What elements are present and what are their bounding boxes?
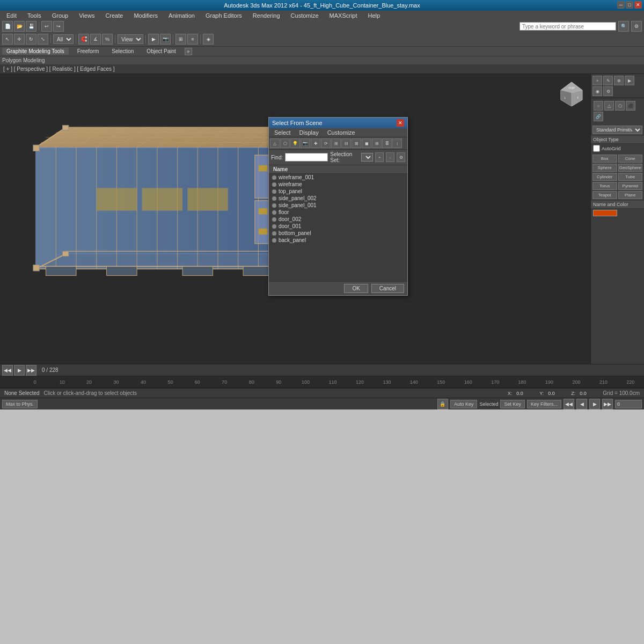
- rp-sub5[interactable]: 🔗: [594, 112, 603, 121]
- minimize-button[interactable]: ─: [617, 1, 625, 9]
- tube-button[interactable]: Tube: [618, 173, 643, 181]
- frame-input[interactable]: [615, 400, 642, 408]
- menu-graph-editors[interactable]: Graph Editors: [203, 12, 244, 19]
- rp-create-icon[interactable]: +: [592, 76, 602, 85]
- geosphere-button[interactable]: GeoSphere: [618, 164, 643, 172]
- angle-snap-button[interactable]: ∡: [90, 34, 101, 45]
- play-button[interactable]: ▶▶: [602, 399, 613, 409]
- dialog-tb-display[interactable]: ≣: [382, 138, 392, 148]
- dialog-tb-helpers[interactable]: ✚: [311, 138, 320, 148]
- dialog-title[interactable]: Select From Scene ✕: [269, 118, 407, 128]
- move-button[interactable]: ✛: [14, 34, 25, 45]
- settings-button[interactable]: ⚙: [631, 21, 642, 32]
- rp-sub1[interactable]: ○: [594, 101, 603, 111]
- render-button[interactable]: ▶: [148, 34, 159, 45]
- dialog-tb-invert[interactable]: ⊠: [352, 138, 361, 148]
- close-button[interactable]: ✕: [634, 1, 642, 9]
- scale-button[interactable]: ⤡: [38, 34, 48, 45]
- new-button[interactable]: 📄: [2, 21, 13, 32]
- view-dropdown[interactable]: View: [118, 34, 143, 44]
- setkey-button[interactable]: Set Key: [500, 400, 525, 408]
- dialog-close-button[interactable]: ✕: [397, 119, 404, 127]
- dialog-ok-button[interactable]: OK: [344, 284, 368, 293]
- dialog-list-item[interactable]: wireframe_001: [269, 174, 407, 181]
- percent-snap-button[interactable]: %: [102, 34, 113, 45]
- camera-button[interactable]: 📷: [160, 34, 171, 45]
- selection-set-dropdown[interactable]: [361, 153, 373, 162]
- menu-animation[interactable]: Animation: [166, 12, 197, 19]
- rp-display-icon[interactable]: ◉: [592, 86, 602, 96]
- rotate-button[interactable]: ↻: [26, 34, 36, 45]
- timeline-prev-button[interactable]: ◀◀: [2, 365, 13, 376]
- rp-utilities-icon[interactable]: ⚙: [603, 86, 613, 96]
- filter-dropdown[interactable]: All: [53, 34, 74, 44]
- box-button[interactable]: Box: [592, 155, 617, 163]
- open-button[interactable]: 📂: [14, 21, 25, 32]
- rp-hierarchy-icon[interactable]: ⊕: [614, 76, 624, 85]
- rp-sub4[interactable]: ⬛: [626, 101, 635, 111]
- tab-freeform[interactable]: Freeform: [73, 48, 104, 55]
- menu-group[interactable]: Group: [50, 12, 71, 19]
- material-button[interactable]: ◈: [203, 34, 214, 45]
- rp-motion-icon[interactable]: ▶: [625, 76, 634, 85]
- select-button[interactable]: ↖: [2, 34, 13, 45]
- search-input[interactable]: [519, 22, 616, 31]
- standard-primitives-dropdown[interactable]: Standard Primitives: [592, 126, 642, 134]
- tab-graphite-modeling[interactable]: Graphite Modeling Tools: [2, 48, 69, 55]
- dialog-list-item[interactable]: floor: [269, 209, 407, 216]
- keyfilters-button[interactable]: Key Filters...: [527, 400, 561, 408]
- navigation-cube[interactable]: TOP L F: [558, 79, 585, 106]
- rp-sub3[interactable]: ⬡: [615, 101, 625, 111]
- play-all-button[interactable]: ◀◀: [564, 399, 574, 409]
- graphite-expand-button[interactable]: »: [185, 48, 192, 55]
- menu-help[interactable]: Help: [366, 12, 383, 19]
- redo-button[interactable]: ↪: [53, 21, 64, 32]
- autogrid-checkbox[interactable]: [593, 145, 600, 152]
- dialog-list-item[interactable]: door_001: [269, 223, 407, 230]
- teapot-button[interactable]: Teapot: [592, 191, 617, 199]
- menu-maxscript[interactable]: MAXScript: [327, 12, 360, 19]
- menu-views[interactable]: Views: [77, 12, 97, 19]
- timeline-play-button[interactable]: ▶: [14, 365, 25, 376]
- dialog-tb-expand[interactable]: ⊞: [372, 138, 382, 148]
- menu-rendering[interactable]: Rendering: [251, 12, 282, 19]
- dialog-tb-all[interactable]: ⊞: [331, 138, 341, 148]
- menu-customize[interactable]: Customize: [289, 12, 321, 19]
- plane-button[interactable]: Plane: [618, 191, 643, 199]
- tab-selection[interactable]: Selection: [107, 48, 138, 55]
- dialog-tb-shapes[interactable]: ⬡: [280, 138, 290, 148]
- dialog-options[interactable]: ⚙: [397, 152, 405, 162]
- menu-tools[interactable]: Tools: [25, 12, 43, 19]
- cone-button[interactable]: Cone: [618, 155, 643, 163]
- dialog-menu-customize[interactable]: Customize: [323, 128, 360, 137]
- dialog-list-item[interactable]: side_panel_002: [269, 195, 407, 202]
- tab-object-paint[interactable]: Object Paint: [142, 48, 180, 55]
- dialog-tb-spacewarps[interactable]: ⟳: [321, 138, 331, 148]
- dialog-items-list[interactable]: wireframe_001wireframetop_panelside_pane…: [269, 174, 407, 281]
- restore-button[interactable]: □: [626, 1, 633, 9]
- dialog-list-item[interactable]: back_panel: [269, 237, 407, 244]
- max-phys-button[interactable]: Max to Phys.: [2, 400, 38, 408]
- torus-button[interactable]: Torus: [592, 182, 617, 190]
- dialog-tb-cameras[interactable]: 📷: [301, 138, 310, 148]
- save-button[interactable]: 💾: [26, 21, 36, 32]
- menu-create[interactable]: Create: [103, 12, 125, 19]
- dialog-tb-sort[interactable]: ↕: [392, 138, 402, 148]
- menu-edit[interactable]: Edit: [4, 12, 19, 19]
- dialog-tb-none[interactable]: ⊟: [341, 138, 351, 148]
- color-swatch[interactable]: [593, 210, 617, 216]
- rp-modify-icon[interactable]: ✎: [603, 76, 613, 85]
- dialog-list-item[interactable]: top_panel: [269, 188, 407, 195]
- menu-modifiers[interactable]: Modifiers: [131, 12, 160, 19]
- search-button[interactable]: 🔍: [618, 21, 629, 32]
- dialog-add-set[interactable]: +: [375, 152, 384, 162]
- dialog-list-item[interactable]: door_002: [269, 216, 407, 223]
- step-prev-button[interactable]: ◀: [576, 399, 587, 409]
- viewport[interactable]: TOP L F Select From Scene ✕ Select Displ…: [0, 74, 590, 364]
- dialog-menu-select[interactable]: Select: [270, 128, 295, 137]
- dialog-cancel-button[interactable]: Cancel: [371, 284, 404, 293]
- find-input[interactable]: [285, 153, 328, 162]
- dialog-list-item[interactable]: side_panel_001: [269, 202, 407, 209]
- timeline-track[interactable]: 0102030405060708090100110120130140150160…: [0, 376, 644, 388]
- dialog-tb-lights[interactable]: 💡: [290, 138, 300, 148]
